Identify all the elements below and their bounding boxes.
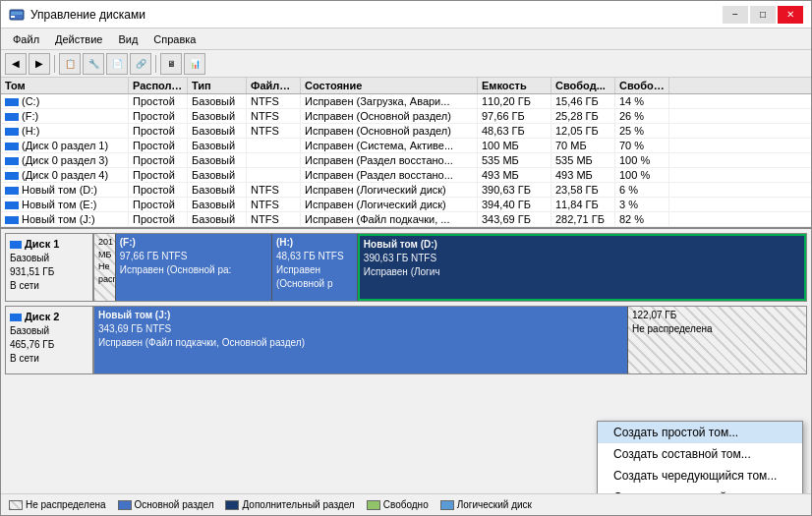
legend-free: Свободно	[367, 499, 429, 510]
disk2-part-1[interactable]: Новый том (J:) 343,69 ГБ NTFS Исправен (…	[94, 307, 628, 373]
cell-svobp: 25 %	[615, 124, 669, 138]
main-content: Том Располо... Тип Файловая с... Состоян…	[1, 78, 811, 515]
toolbar-btn6[interactable]: 📊	[184, 53, 205, 75]
cell-fs	[247, 139, 301, 152]
cell-state: Исправен (Логический диск)	[301, 198, 478, 211]
menu-action[interactable]: Действие	[47, 31, 110, 47]
ctx-menu-item[interactable]: Создать простой том...	[598, 422, 802, 443]
table-header: Том Располо... Тип Файловая с... Состоян…	[1, 78, 811, 94]
disk-visual-area[interactable]: Диск 1 Базовый 931,51 ГБ В сети 201 МБ Н…	[1, 229, 811, 493]
cell-raspo: Простой	[129, 153, 188, 167]
maximize-button[interactable]: □	[750, 6, 776, 24]
menu-bar: Файл Действие Вид Справка	[1, 29, 811, 50]
cell-svobp: 100 %	[615, 153, 669, 167]
cell-raspo: Простой	[129, 212, 188, 226]
ctx-menu-item[interactable]: Создать составной том...	[598, 443, 802, 465]
toolbar-btn5[interactable]: 🖥	[160, 53, 182, 75]
cell-svobp: 100 %	[615, 168, 669, 182]
cell-tom: Новый том (E:)	[1, 198, 129, 211]
disk1-part-4[interactable]: Новый том (D:) 390,63 ГБ NTFS Исправен (…	[358, 234, 806, 301]
header-state: Состояние	[301, 78, 478, 93]
cell-raspo: Простой	[129, 168, 188, 182]
menu-view[interactable]: Вид	[110, 31, 145, 47]
context-menu: Создать простой том...Создать составной …	[597, 421, 803, 493]
cell-raspo: Простой	[129, 124, 188, 138]
window-title: Управление дисками	[30, 8, 145, 22]
close-button[interactable]: ✕	[778, 6, 803, 24]
cell-fs	[247, 153, 301, 167]
cell-fs: NTFS	[247, 183, 301, 197]
disk2-block: Диск 2 Базовый 465,76 ГБ В сети Новый то…	[5, 306, 807, 374]
cell-state: Исправен (Файл подкачки, ...	[301, 212, 478, 226]
cell-svob: 25,28 ГБ	[551, 109, 615, 123]
disk1-label: Диск 1 Базовый 931,51 ГБ В сети	[5, 233, 93, 302]
legend: Не распределена Основной раздел Дополнит…	[1, 493, 811, 515]
header-tom: Том	[1, 78, 129, 93]
cell-state: Исправен (Основной раздел)	[301, 109, 478, 123]
cell-svob: 493 МБ	[551, 168, 615, 182]
cell-raspo: Простой	[129, 94, 188, 108]
title-controls: − □ ✕	[723, 6, 803, 24]
header-svobp: Свободно %	[615, 78, 669, 93]
menu-help[interactable]: Справка	[145, 31, 203, 47]
disk1-name: Диск 1	[25, 237, 59, 252]
ctx-menu-item[interactable]: Создать зеркальный том...	[598, 487, 802, 493]
table-row[interactable]: Новый том (D:) Простой Базовый NTFS Испр…	[1, 183, 811, 198]
table-row[interactable]: (Диск 0 раздел 1) Простой Базовый Исправ…	[1, 139, 811, 153]
cell-svobp: 26 %	[615, 109, 669, 123]
table-row[interactable]: (C:) Простой Базовый NTFS Исправен (Загр…	[1, 94, 811, 109]
cell-svob: 70 МБ	[551, 139, 615, 152]
header-fs: Файловая с...	[247, 78, 301, 93]
cell-tom: Новый том (D:)	[1, 183, 129, 197]
ctx-menu-item[interactable]: Создать чередующийся том...	[598, 465, 802, 487]
toolbar-back[interactable]: ◀	[5, 53, 27, 75]
legend-free-label: Свободно	[383, 499, 429, 510]
legend-unallocated-label: Не распределена	[26, 499, 106, 510]
cell-svob: 15,46 ГБ	[551, 94, 615, 108]
header-svob: Свобод...	[551, 78, 615, 93]
table-row[interactable]: (Диск 0 раздел 4) Простой Базовый Исправ…	[1, 168, 811, 183]
cell-emk: 48,63 ГБ	[478, 124, 551, 138]
cell-emk: 493 МБ	[478, 168, 551, 182]
header-raspo: Располо...	[129, 78, 188, 93]
toolbar-btn1[interactable]: 📋	[59, 53, 81, 75]
table-row[interactable]: (F:) Простой Базовый NTFS Исправен (Осно…	[1, 109, 811, 124]
cell-emk: 97,66 ГБ	[478, 109, 551, 123]
toolbar-btn4[interactable]: 🔗	[130, 53, 151, 75]
cell-tip: Базовый	[188, 109, 247, 123]
svg-rect-2	[11, 16, 15, 18]
svg-rect-1	[11, 12, 23, 15]
table-row[interactable]: (Диск 0 раздел 3) Простой Базовый Исправ…	[1, 153, 811, 168]
cell-state: Исправен (Раздел восстано...	[301, 168, 478, 182]
cell-tip: Базовый	[188, 183, 247, 197]
table-row[interactable]: Новый том (J:) Простой Базовый NTFS Испр…	[1, 212, 811, 227]
cell-svob: 535 МБ	[551, 153, 615, 167]
cell-tip: Базовый	[188, 153, 247, 167]
disk1-part-3[interactable]: (H:) 48,63 ГБ NTFS Исправен (Основной р	[272, 234, 358, 301]
toolbar-forward[interactable]: ▶	[29, 53, 50, 75]
cell-emk: 390,63 ГБ	[478, 183, 551, 197]
disk1-part-1[interactable]: 201 МБ Не распр...	[94, 234, 116, 301]
minimize-button[interactable]: −	[723, 6, 748, 24]
toolbar-btn3[interactable]: 📄	[106, 53, 128, 75]
disk2-part-2[interactable]: 122,07 ГБ Не распределена	[628, 307, 806, 373]
cell-fs: NTFS	[247, 212, 301, 226]
disk1-type: Базовый	[10, 252, 88, 265]
toolbar-btn2[interactable]: 🔧	[83, 53, 104, 75]
toolbar: ◀ ▶ 📋 🔧 📄 🔗 🖥 📊	[1, 50, 811, 78]
cell-state: Исправен (Логический диск)	[301, 183, 478, 197]
cell-svob: 12,05 ГБ	[551, 124, 615, 138]
cell-tom: Новый том (J:)	[1, 212, 129, 226]
disk2-partitions: Новый том (J:) 343,69 ГБ NTFS Исправен (…	[93, 306, 807, 374]
cell-tip: Базовый	[188, 124, 247, 138]
cell-fs: NTFS	[247, 124, 301, 138]
table-row[interactable]: Новый том (E:) Простой Базовый NTFS Испр…	[1, 198, 811, 212]
disk1-part-2[interactable]: (F:) 97,66 ГБ NTFS Исправен (Основной ра…	[116, 234, 272, 301]
legend-logical-box	[440, 500, 454, 510]
cell-svobp: 14 %	[615, 94, 669, 108]
disk2-label: Диск 2 Базовый 465,76 ГБ В сети	[5, 306, 93, 374]
cell-tom: (Диск 0 раздел 1)	[1, 139, 129, 152]
menu-file[interactable]: Файл	[5, 31, 47, 47]
cell-fs: NTFS	[247, 94, 301, 108]
table-row[interactable]: (H:) Простой Базовый NTFS Исправен (Осно…	[1, 124, 811, 139]
